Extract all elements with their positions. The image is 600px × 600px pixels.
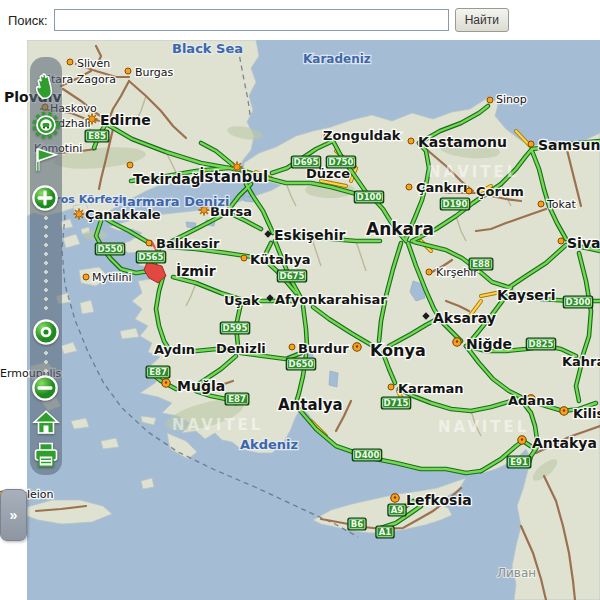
sidebar-collapse-tab[interactable]: » (0, 489, 27, 541)
town-dot-icon (67, 59, 73, 65)
city-label: Kilis (573, 406, 600, 421)
road-number-label: E91 (510, 457, 528, 467)
road-number-label: A9 (391, 505, 404, 515)
capital-splat-icon (86, 113, 97, 124)
city-label: Aydın (154, 342, 195, 357)
town-dot-icon (408, 138, 414, 144)
city-label: Edirne (100, 112, 151, 128)
zoom-out-button[interactable] (31, 374, 61, 404)
city-label: Tokat (546, 198, 576, 211)
route-vehicle-button[interactable] (31, 110, 61, 140)
city-label: Sliven (77, 57, 110, 70)
town-dot-icon (466, 188, 472, 194)
city-label: Lefkosia (406, 492, 472, 508)
map-container[interactable]: NAVITELNAVITELNAVITELPlovdivSlivenStara … (0, 40, 600, 600)
city-label: Kahramanmaraş (562, 354, 600, 369)
city-label: Muğla (177, 378, 225, 394)
road-number-label: E87 (149, 367, 167, 377)
city-label: Çankırı (416, 180, 468, 195)
town-dot-icon (426, 269, 432, 275)
island (80, 300, 94, 314)
zoom-slider-track[interactable] (42, 214, 50, 314)
city-label: Tekirdağ (133, 171, 201, 187)
city-label: Niğde (466, 336, 512, 352)
city-label: İzmir (176, 263, 216, 279)
road-number-label: D300 (566, 297, 591, 307)
collapse-chevron-icon: » (10, 507, 18, 523)
town-dot-icon (406, 184, 412, 190)
town-dot-icon (528, 141, 534, 147)
town-dot-icon (83, 274, 89, 280)
road-number-label: D550 (98, 244, 123, 254)
city-label: Uşak (224, 293, 260, 308)
road-number-label: D565 (139, 252, 164, 262)
city-label: Kastamonu (418, 134, 507, 150)
road-number-label: E85 (88, 131, 106, 141)
city-dome-dot (356, 345, 358, 347)
town-dot-icon (127, 162, 133, 168)
city-label: Zonguldak (323, 128, 401, 143)
capital-splat-icon (73, 208, 84, 219)
hand-icon (31, 71, 61, 101)
town-dot-icon (125, 68, 131, 74)
city-label: Antakya (532, 435, 597, 451)
city-label: Afyonkarahisar (275, 292, 387, 307)
city-label: Balıkesir (156, 236, 220, 251)
town-dot-icon (388, 384, 394, 390)
vehicle-gear-icon (31, 110, 61, 140)
city-label: Adana (508, 393, 554, 408)
search-input[interactable] (54, 9, 449, 31)
city-label: Burdur (298, 341, 349, 356)
search-label: Поиск: (8, 13, 48, 28)
town-dot-icon (558, 238, 564, 244)
town-dot-icon (146, 240, 152, 246)
city-label: Aksaray (433, 310, 496, 326)
road-number-label: D750 (329, 157, 354, 167)
country-label: Ливан (497, 566, 536, 580)
map-canvas[interactable]: NAVITELNAVITELNAVITELPlovdivSlivenStara … (0, 40, 600, 600)
road-number-label: E87 (228, 394, 246, 404)
road-number-label: A1 (379, 527, 392, 537)
navitel-watermark: NAVITEL (172, 416, 263, 434)
city-label: Antalya (278, 396, 343, 414)
city-label: Çanakkale (85, 207, 161, 222)
road-number-label: D675 (280, 271, 305, 281)
route-flag-button[interactable] (31, 144, 61, 174)
zoom-in-button[interactable] (31, 184, 61, 214)
town-dot-icon (289, 344, 295, 350)
home-button[interactable] (31, 408, 61, 438)
navitel-watermark: NAVITEL (428, 163, 519, 181)
city-label: Mytilini (92, 271, 132, 284)
city-label: Eskişehir (274, 227, 346, 243)
plus-icon (31, 184, 59, 212)
town-dot-icon (241, 255, 247, 261)
road-number-label: D100 (357, 192, 382, 202)
road-number-label: D695 (294, 157, 319, 167)
search-button[interactable]: Найти (455, 8, 509, 32)
road-number-label: D825 (529, 339, 554, 349)
city-label: Karaman (398, 381, 464, 396)
lake (329, 371, 338, 387)
city-label: Sivas (567, 235, 600, 251)
city-label: Kayseri (497, 287, 556, 303)
city-dome-dot (165, 381, 167, 383)
road-number-label: D595 (223, 323, 248, 333)
lake (186, 222, 196, 228)
print-button[interactable] (31, 440, 61, 470)
sea-label: Black Sea (172, 41, 243, 56)
zoom-slider-handle[interactable] (32, 318, 62, 348)
road-number-label: E88 (472, 259, 490, 269)
city-label: İstanbul (199, 167, 268, 186)
road-number-label: D190 (443, 199, 468, 209)
sea-label: Karadeniz (303, 52, 371, 66)
city-label: Sinop (496, 93, 527, 106)
pan-hand-button[interactable] (31, 71, 61, 101)
search-bar: Поиск: Найти (0, 0, 600, 40)
slider-knob-icon (32, 318, 60, 346)
city-label: Çorum (476, 184, 524, 199)
zoom-slider-track-lower[interactable] (42, 349, 50, 373)
road-number-label: B6 (351, 519, 363, 529)
city-label: Denizli (216, 341, 266, 356)
minus-icon (31, 374, 59, 402)
road-number-label: D400 (355, 450, 380, 460)
